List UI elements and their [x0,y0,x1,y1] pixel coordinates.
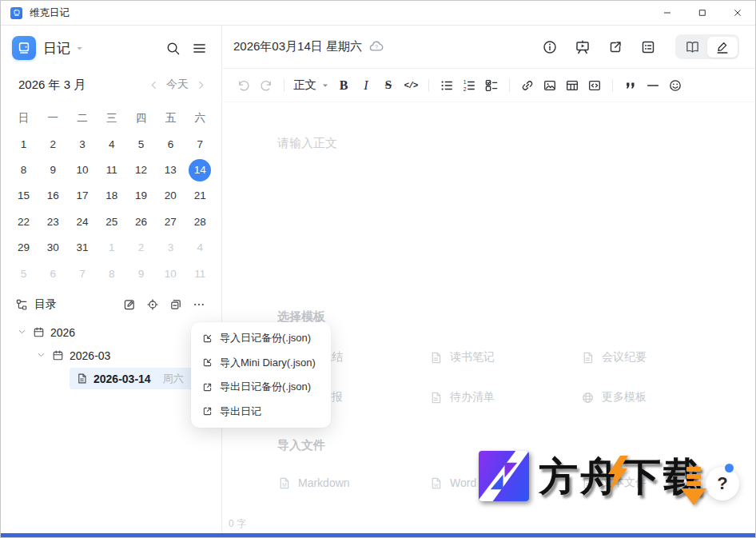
calendar-day[interactable]: 7 [185,131,215,157]
maximize-button[interactable] [685,1,720,25]
template-item[interactable]: 待办清单 [429,390,581,404]
calendar-day[interactable]: 16 [38,183,68,209]
strikethrough-button[interactable]: S [377,74,400,96]
calendar-day[interactable]: 1 [9,131,38,157]
link-button[interactable] [516,74,539,96]
calendar-day[interactable]: 15 [9,183,38,209]
read-mode-button[interactable] [678,37,708,58]
italic-button[interactable]: I [355,74,377,96]
today-button[interactable]: 今天 [165,78,190,92]
calendar-day[interactable]: 11 [185,261,215,286]
tree-item-2026-03-14[interactable]: 2026-03-14周六 [1,367,221,390]
notebook-name[interactable]: 日记 [43,39,70,58]
collapse-all-button[interactable] [169,298,182,311]
bullet-list-button[interactable] [436,74,458,96]
tree-expand-icon[interactable] [36,350,46,361]
tree-item-2026[interactable]: 2026 [1,321,221,344]
prev-month-icon[interactable] [148,79,160,91]
cloud-sync-icon[interactable]: ? [368,39,384,54]
calendar-day[interactable]: 24 [68,209,97,234]
edit-mode-button[interactable] [707,37,738,58]
caret-down-icon[interactable] [74,43,85,54]
calendar-day[interactable]: 5 [126,131,156,157]
menu-item-export-diary-backup[interactable]: 导出日记备份(.json) [191,375,331,400]
calendar-day[interactable]: 7 [68,261,97,286]
quote-button[interactable] [619,74,642,96]
inline-code-button[interactable]: </> [400,74,422,96]
help-button[interactable]: ? [706,467,739,500]
editor-area[interactable]: 请输入正文 选择模板 工作总结读书笔记会议纪要工作周报待办清单更多模板 导入文件… [223,103,755,516]
outline-button[interactable] [638,37,659,58]
calendar-day[interactable]: 6 [156,131,185,157]
calendar-day[interactable]: 4 [185,235,215,261]
calendar-day[interactable]: 31 [68,235,97,261]
calendar-day[interactable]: 2 [38,131,68,157]
divider-button[interactable] [642,74,664,96]
notebook-icon [12,36,36,60]
locate-entry-button[interactable] [146,298,159,311]
tree-item-2026-03[interactable]: 2026-03 [1,344,221,367]
export-button[interactable] [605,37,626,58]
calendar-day[interactable]: 9 [126,261,156,286]
table-button[interactable] [561,74,583,96]
emoji-button[interactable] [664,74,686,96]
hamburger-icon[interactable] [192,41,207,56]
template-item[interactable]: 更多模板 [581,390,733,404]
calendar-day[interactable]: 23 [38,209,68,234]
close-button[interactable] [720,1,755,25]
tree-expand-icon[interactable] [17,327,27,337]
calendar-day[interactable]: 2 [126,235,156,261]
calendar-day[interactable]: 21 [185,183,215,209]
strikethrough-button-glyph: S [385,78,392,92]
menu-item-export-diary[interactable]: 导出日记 [191,400,331,424]
calendar-day[interactable]: 25 [97,209,126,234]
template-item[interactable]: 读书笔记 [429,350,581,365]
calendar-day[interactable]: 5 [9,261,38,286]
calendar-day[interactable]: 13 [156,157,185,182]
calendar-day[interactable]: 11 [97,157,126,182]
calendar-day[interactable]: 6 [38,261,68,286]
calendar-day[interactable]: 8 [9,157,38,182]
calendar-day[interactable]: 22 [9,209,38,234]
calendar-day[interactable]: 8 [97,261,126,286]
ordered-list-button[interactable]: 12 [458,74,480,96]
window-bottom-accent [1,533,755,537]
calendar-day[interactable]: 9 [38,157,68,182]
import-file-item[interactable]: MMarkdown [277,476,429,490]
template-item[interactable]: 会议纪要 [581,350,733,365]
next-month-icon[interactable] [195,79,207,91]
redo-button[interactable] [255,74,277,96]
calendar-day[interactable]: 26 [126,209,156,234]
import-file-item[interactable]: WWord [429,476,581,490]
paragraph-style-select[interactable]: 正文 [291,74,332,96]
info-button[interactable] [539,37,560,58]
calendar-day[interactable]: 18 [97,183,126,209]
calendar-day[interactable]: 19 [126,183,156,209]
calendar-day[interactable]: 29 [9,235,38,261]
slideshow-button[interactable] [572,37,593,58]
bold-button[interactable]: B [332,74,355,96]
calendar-day[interactable]: 1 [97,235,126,261]
calendar-day[interactable]: 3 [156,235,185,261]
minimize-button[interactable] [650,1,685,25]
calendar-day[interactable]: 3 [68,131,97,157]
new-entry-button[interactable] [123,298,136,311]
task-list-button[interactable] [480,74,503,96]
search-icon[interactable] [165,41,181,56]
code-block-button[interactable] [583,74,606,96]
calendar-day[interactable]: 17 [68,183,97,209]
calendar-day[interactable]: 27 [156,209,185,234]
calendar-day[interactable]: 10 [156,261,185,286]
calendar-day[interactable]: 28 [185,209,215,234]
calendar-day[interactable]: 10 [68,157,97,182]
calendar-day[interactable]: 14 [185,157,215,182]
undo-button[interactable] [233,74,255,96]
more-options-button[interactable] [193,298,205,311]
calendar-day[interactable]: 20 [156,183,185,209]
calendar-day[interactable]: 12 [126,157,156,182]
calendar-day[interactable]: 30 [38,235,68,261]
image-button[interactable] [539,74,561,96]
menu-item-import-mini-diary[interactable]: 导入Mini Diary(.json) [191,351,331,376]
calendar-day[interactable]: 4 [97,131,126,157]
menu-item-import-diary-backup[interactable]: 导入日记备份(.json) [191,326,331,351]
